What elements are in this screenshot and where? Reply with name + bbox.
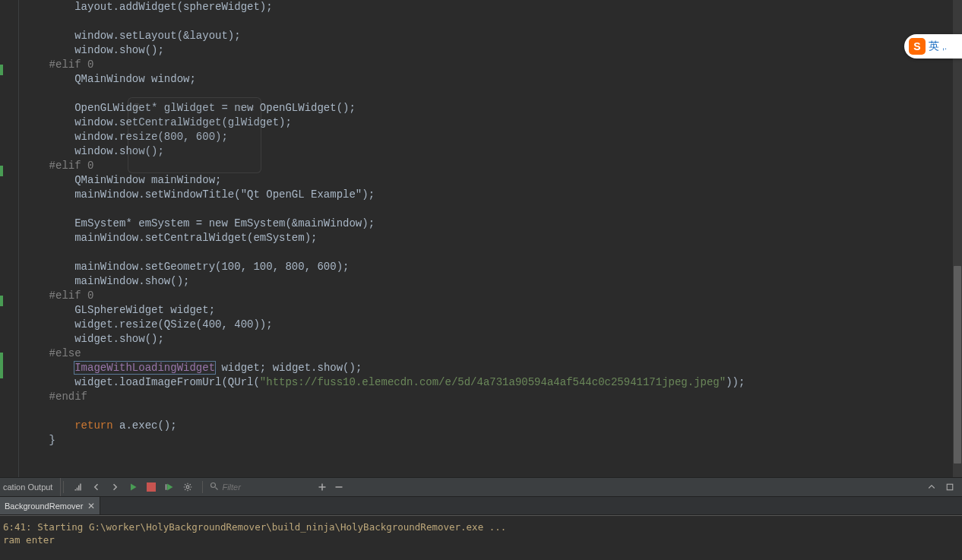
code-line: layout.addWidget(sphereWidget); [24,1,273,13]
code-fragment: ( [253,376,259,388]
rerun-icon[interactable] [162,479,177,495]
keyword: return [74,419,112,432]
collapse-icon[interactable] [924,479,939,495]
code-line: #elif 0 [24,160,93,172]
ime-logo-icon: S [909,38,926,55]
code-fragment: a.exec(); [113,419,177,432]
divider [63,481,64,493]
output-line: ram enter [3,534,55,546]
minus-icon[interactable] [331,479,347,495]
filter-box [205,482,310,492]
ime-extra: ,. [942,42,947,51]
divider [202,481,203,493]
code-fragment: widget; widget.show(); [215,362,362,374]
code-line: EmSystem* emSystem = new EmSystem(&mainW… [24,217,375,229]
code-line: window.setCentralWidget(glWidget); [24,116,292,128]
search-icon [210,482,219,492]
gutter [0,0,19,477]
code-line: #endif [24,391,87,403]
gutter-change-mark [0,166,3,176]
maximize-icon[interactable] [942,479,957,495]
gutter-change-mark [0,65,3,75]
code-line: #elif 0 [24,59,93,71]
svg-point-1 [187,486,190,489]
code-line: GLSphereWidget widget; [24,304,215,316]
selected-symbol: ImageWithLoadingWidget [74,362,215,374]
code-line: window.show(); [24,145,164,157]
panel-title: cation Output [0,478,61,496]
code-indent [24,362,74,374]
gutter-change-mark [0,296,3,306]
output-tabs: BackgroundRemover ✕ [0,497,962,515]
code-line: widget.show(); [24,333,164,345]
code-line: mainWindow.setWindowTitle("Qt OpenGL Exa… [24,188,375,201]
string-literal: "https://fuss10.elemecdn.com/e/5d/4a731a… [260,376,726,388]
gutter-change-mark [0,353,3,378]
code-line: widget.resize(QSize(400, 400)); [24,318,273,331]
code-line: window.resize(800, 600); [24,131,228,143]
vertical-scrollbar[interactable] [953,0,962,477]
code-line: QMainWindow window; [24,73,196,85]
code-line: #elif 0 [24,289,93,302]
code-fragment: widget.loadImageFromUrl( [24,376,228,388]
code-line: QMainWindow mainWindow; [24,174,221,186]
code-line: mainWindow.setGeometry(100, 100, 800, 60… [24,261,349,273]
code-line: mainWindow.setCentralWidget(emSystem); [24,232,317,244]
code-fragment: )); [726,376,745,388]
code-line: } [24,434,55,446]
attach-icon[interactable] [71,479,86,495]
run-icon[interactable] [125,479,141,495]
prev-icon[interactable] [89,479,104,495]
output-line: 6:41: Starting G:\worker\HolyBackgroundR… [3,521,506,533]
ime-toolbar[interactable]: S 英 ,. [904,34,962,59]
tab-label: BackgroundRemover [5,501,83,511]
svg-rect-0 [166,484,167,490]
stop-icon[interactable] [144,479,159,495]
settings-icon[interactable] [180,479,195,495]
scroll-thumb[interactable] [954,266,961,464]
close-icon[interactable]: ✕ [87,501,95,511]
code-content[interactable]: layout.addWidget(sphereWidget); window.s… [19,0,953,477]
svg-point-2 [211,483,216,488]
ime-language[interactable]: 英 [929,40,939,53]
output-tab[interactable]: BackgroundRemover ✕ [0,497,100,514]
svg-rect-3 [947,484,953,490]
editor-area: layout.addWidget(sphereWidget); window.s… [0,0,962,477]
code-line: window.setLayout(&layout); [24,30,241,42]
code-line: window.show(); [24,44,164,56]
output-console[interactable]: 6:41: Starting G:\worker\HolyBackgroundR… [0,515,962,560]
code-fragment: QUrl [228,376,254,388]
add-icon[interactable] [315,479,330,495]
filter-input[interactable] [222,482,305,492]
code-line: mainWindow.show(); [24,275,189,287]
code-line: #else [24,347,81,359]
code-indent [24,419,74,432]
next-icon[interactable] [107,479,122,495]
code-line: OpenGLWidget* glWidget = new OpenGLWidge… [24,102,356,114]
output-panel-toolbar: cation Output [0,477,962,497]
